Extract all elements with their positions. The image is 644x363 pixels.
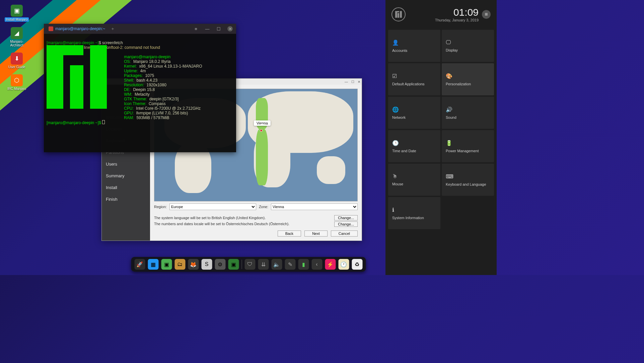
info-icon: ℹ: [392, 207, 436, 213]
tray-power-icon[interactable]: ⚡: [325, 259, 336, 270]
step-summary[interactable]: Summary: [102, 170, 150, 182]
maximize-button[interactable]: ☐: [351, 80, 354, 84]
system-language-text: The system language will be set to Briti…: [154, 215, 266, 221]
keyboard-icon: ⌨: [446, 173, 490, 180]
dock: 🚀 ▦ ▣ 🗂 🦊 S ⚙ ▣ 🛡 ⇊ 🔈 ✎ ▮ ‹ ⚡ 🕐 ♻: [131, 257, 366, 272]
clock-date: Thursday, January 3, 2019: [406, 18, 479, 22]
globe-icon: 🌐: [392, 106, 436, 113]
shortcut-label: Install Manjaro: [5, 17, 28, 22]
apps-icon: ☑: [392, 73, 436, 79]
battery-icon: 🔋: [446, 140, 490, 146]
tile-sound[interactable]: 🔊Sound: [442, 97, 494, 129]
user-guide-shortcut[interactable]: ⬇ User Guide: [3, 51, 30, 70]
change-locale-button[interactable]: Change...: [334, 221, 358, 227]
launcher-button[interactable]: 🚀: [134, 259, 145, 270]
svg-rect-3: [395, 11, 399, 12]
maximize-button[interactable]: ☐: [216, 26, 221, 31]
control-center: 01:09 Thursday, January 3, 2019 ≡ 👤Accou…: [385, 0, 497, 275]
terminal-output[interactable]: [manjaro@manjaro-deepin ~]$ screenfetch …: [44, 34, 236, 152]
manjaro-ascii-logo: [47, 45, 53, 73]
change-language-button[interactable]: Change...: [334, 215, 358, 220]
step-finish[interactable]: Finish: [102, 193, 150, 205]
speaker-icon: 🔊: [446, 106, 490, 113]
cc-menu-button[interactable]: ≡: [482, 10, 491, 19]
dock-separator: [241, 260, 242, 269]
region-select[interactable]: Europe: [169, 203, 256, 210]
zone-select[interactable]: Vienna: [271, 203, 358, 210]
clock-time: 01:09: [406, 7, 479, 18]
zone-label: Zone:: [259, 205, 268, 209]
architect-icon: ◢: [11, 27, 23, 39]
tile-time-date[interactable]: 🕒Time and Date: [388, 130, 440, 162]
step-users[interactable]: Users: [102, 158, 150, 170]
tile-system-info[interactable]: ℹSystem Information: [388, 197, 440, 229]
tile-power[interactable]: 🔋Power Management: [442, 130, 494, 162]
mouse-icon: 🖱: [392, 173, 436, 179]
irc-icon: ⬡: [11, 74, 23, 86]
os-logo-icon: [391, 7, 406, 21]
tile-keyboard[interactable]: ⌨Keyboard and Language: [442, 164, 494, 196]
locale-text: The numbers and dates locale will be set…: [154, 221, 289, 227]
show-desktop-button[interactable]: ▣: [161, 259, 172, 270]
terminal-icon: [49, 26, 53, 31]
close-button[interactable]: ✕: [227, 26, 233, 31]
tile-personalization[interactable]: 🎨Personalization: [442, 63, 494, 95]
shortcut-label: User Guide: [8, 65, 25, 69]
menu-button[interactable]: ≡: [193, 26, 199, 31]
shortcut-label: IRC Manjaro: [7, 87, 26, 91]
tile-display[interactable]: 🖵Display: [442, 30, 494, 62]
step-install[interactable]: Install: [102, 182, 150, 193]
install-icon: ▣: [11, 5, 23, 17]
terminal-window: manjaro@manjaro-deepin:~ ＋ ≡ — ☐ ✕ [manj…: [44, 24, 236, 152]
settings-button[interactable]: ⚙: [215, 259, 225, 270]
minimize-button[interactable]: —: [205, 26, 210, 31]
tile-mouse[interactable]: 🖱Mouse: [388, 164, 440, 196]
tile-network[interactable]: 🌐Network: [388, 97, 440, 129]
tray-trash-icon[interactable]: ♻: [352, 259, 362, 270]
cursor: [102, 120, 105, 124]
cancel-button[interactable]: Cancel: [331, 231, 358, 237]
region-label: Region:: [154, 205, 167, 209]
minimize-button[interactable]: —: [345, 80, 348, 84]
tray-usb-icon[interactable]: ⇊: [258, 259, 269, 270]
next-button[interactable]: Next: [304, 231, 328, 237]
terminal-tab[interactable]: manjaro@manjaro-deepin:~: [44, 24, 110, 34]
firefox-button[interactable]: 🦊: [188, 259, 199, 270]
user-icon: 👤: [392, 39, 436, 46]
new-tab-button[interactable]: ＋: [110, 26, 115, 31]
tray-battery-icon[interactable]: ▮: [298, 259, 309, 270]
terminal-tab-title: manjaro@manjaro-deepin:~: [55, 26, 105, 31]
svg-rect-2: [400, 11, 402, 18]
map-pin-label: Vienna: [254, 120, 271, 126]
clock-icon: 🕒: [392, 140, 436, 146]
tray-shield-icon[interactable]: 🛡: [244, 259, 255, 270]
pdf-icon: ⬇: [11, 53, 23, 65]
tray-edit-icon[interactable]: ✎: [285, 259, 295, 270]
app-store-button[interactable]: S: [201, 259, 212, 270]
tray-expand-button[interactable]: ‹: [311, 259, 322, 270]
close-button[interactable]: ✕: [358, 80, 360, 84]
tray-sound-icon[interactable]: 🔈: [271, 259, 282, 270]
manjaro-architect-shortcut[interactable]: ◢ Manjaro-Architect: [3, 26, 30, 49]
monitor-icon: 🖵: [446, 39, 490, 46]
svg-rect-1: [398, 13, 399, 18]
irc-manjaro-shortcut[interactable]: ⬡ IRC Manjaro: [3, 73, 30, 92]
tile-default-apps[interactable]: ☑Default Applications: [388, 63, 440, 95]
file-manager-button[interactable]: 🗂: [174, 259, 185, 270]
back-button[interactable]: Back: [278, 231, 301, 237]
tile-accounts[interactable]: 👤Accounts: [388, 30, 440, 62]
install-manjaro-shortcut[interactable]: ▣ Install Manjaro: [3, 3, 30, 23]
multitask-button[interactable]: ▦: [148, 259, 158, 270]
tray-clock-icon[interactable]: 🕐: [338, 259, 349, 270]
palette-icon: 🎨: [446, 73, 490, 79]
installer-button[interactable]: ▣: [228, 259, 239, 270]
shortcut-label: Manjaro-Architect: [5, 40, 29, 47]
